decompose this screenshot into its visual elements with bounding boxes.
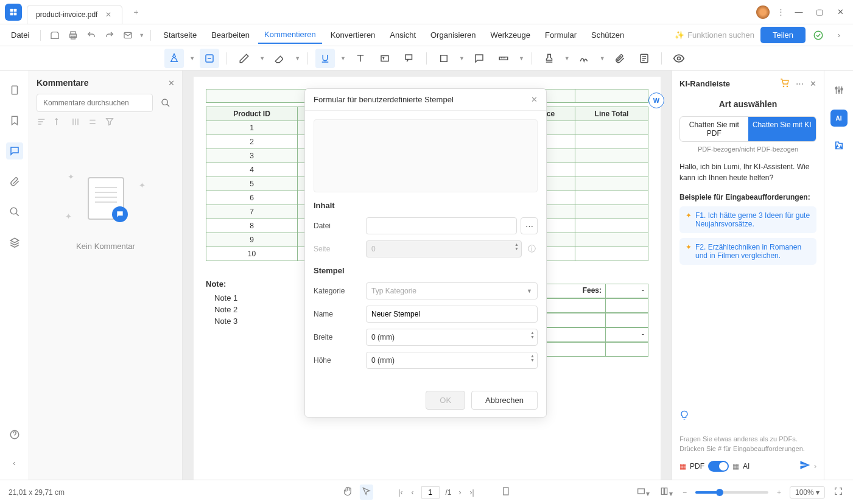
search-tab-icon[interactable]: [6, 203, 23, 220]
measure-tool-icon[interactable]: [494, 49, 513, 68]
width-spinner[interactable]: 0 (mm)▲▼: [366, 329, 538, 346]
chevron-icon[interactable]: ›: [831, 27, 847, 43]
cancel-button[interactable]: Abbrechen: [471, 391, 538, 410]
callout-tool-icon[interactable]: [399, 49, 419, 68]
more-menu-icon[interactable]: ⋮: [777, 7, 785, 16]
sort-icon[interactable]: [37, 117, 46, 128]
category-select[interactable]: Typ Kategorie▼: [366, 282, 538, 299]
undo-icon[interactable]: [83, 27, 99, 43]
filter-icon[interactable]: [105, 117, 114, 128]
zoom-slider[interactable]: [695, 491, 768, 494]
pencil-tool-icon[interactable]: [234, 49, 254, 68]
example-prompt-1[interactable]: ✦F1. Ich hätte gerne 3 Ideen für gute Ne…: [679, 206, 816, 233]
user-avatar[interactable]: [756, 5, 770, 19]
sort-az-icon[interactable]: [54, 117, 63, 128]
search-functions[interactable]: ✨ Funktionen suchen: [675, 30, 754, 40]
height-spinner[interactable]: 0 (mm)▲▼: [366, 352, 538, 369]
collapse-icon[interactable]: ‹: [6, 454, 23, 471]
highlight-tool-icon[interactable]: [164, 49, 184, 68]
fit-width-icon[interactable]: ▾: [635, 485, 651, 499]
textbox-tool-icon[interactable]: [375, 49, 395, 68]
view-mode-icon[interactable]: ▾: [658, 485, 674, 499]
translate-icon[interactable]: [830, 138, 848, 155]
redo-icon[interactable]: [102, 27, 118, 43]
menu-formular[interactable]: Formular: [539, 27, 583, 43]
hand-tool-icon[interactable]: [341, 485, 353, 499]
hide-comments-icon[interactable]: [669, 49, 689, 68]
word-export-badge[interactable]: W: [648, 93, 664, 108]
browse-file-button[interactable]: ⋯: [521, 217, 538, 234]
tab-chat-pdf[interactable]: Chatten Sie mit PDF: [680, 117, 748, 141]
lightbulb-icon[interactable]: [679, 410, 689, 422]
scroll-mode-icon[interactable]: [500, 485, 512, 499]
eraser-tool-icon[interactable]: [270, 49, 289, 68]
layers-icon[interactable]: [6, 234, 23, 251]
first-page-icon[interactable]: |‹: [397, 487, 404, 498]
thumbnails-icon[interactable]: [6, 82, 23, 99]
select-tool-icon[interactable]: [359, 485, 373, 500]
share-button[interactable]: Teilen: [760, 27, 806, 43]
expand-icon[interactable]: [71, 117, 80, 128]
zoom-in-icon[interactable]: +: [776, 487, 782, 498]
menu-kommentieren[interactable]: Kommentieren: [258, 26, 322, 44]
more-icon[interactable]: ⋯: [796, 79, 804, 88]
text-tool-icon[interactable]: [351, 49, 370, 68]
sync-icon[interactable]: [812, 29, 825, 42]
area-highlight-icon[interactable]: [200, 49, 219, 68]
menu-werkzeuge[interactable]: Werkzeuge: [484, 27, 536, 43]
help-icon[interactable]: [6, 426, 23, 443]
close-panel-icon[interactable]: ✕: [168, 79, 175, 88]
form-tool-icon[interactable]: [634, 49, 654, 68]
zoom-out-icon[interactable]: −: [681, 487, 688, 498]
underline-tool-icon[interactable]: [315, 49, 335, 68]
menu-startseite[interactable]: Startseite: [157, 27, 203, 43]
send-icon[interactable]: [799, 460, 810, 472]
settings-icon[interactable]: [830, 82, 848, 99]
menu-organisieren[interactable]: Organisieren: [424, 27, 482, 43]
menu-file[interactable]: Datei: [6, 28, 34, 42]
name-input[interactable]: [366, 306, 538, 323]
shape-tool-icon[interactable]: [434, 49, 454, 68]
last-page-icon[interactable]: ›|: [469, 487, 476, 498]
open-icon[interactable]: [47, 27, 63, 43]
attachments-icon[interactable]: [6, 173, 23, 190]
dialog-close-icon[interactable]: ✕: [531, 95, 538, 104]
close-ai-icon[interactable]: ✕: [810, 79, 816, 88]
stamp-tool-icon[interactable]: [539, 49, 559, 68]
next-page-icon[interactable]: ›: [458, 487, 463, 498]
minimize-button[interactable]: —: [792, 5, 806, 19]
file-input[interactable]: [366, 217, 517, 234]
maximize-button[interactable]: ▢: [813, 5, 826, 19]
document-tab[interactable]: product-invoice.pdf ✕: [27, 5, 122, 24]
expand-chat-icon[interactable]: ›: [814, 462, 816, 471]
page-number-input[interactable]: [421, 486, 439, 499]
prev-page-icon[interactable]: ‹: [410, 487, 415, 498]
fullscreen-icon[interactable]: [832, 485, 844, 499]
close-window-button[interactable]: ✕: [834, 5, 847, 19]
add-tab-button[interactable]: ＋: [128, 5, 143, 19]
note-tool-icon[interactable]: [469, 49, 489, 68]
cart-icon[interactable]: [780, 78, 790, 89]
pdf-toggle[interactable]: [708, 461, 729, 472]
example-prompt-2[interactable]: ✦F2. Erzähltechniken in Romanen und in F…: [679, 238, 816, 265]
attachment-tool-icon[interactable]: [610, 49, 630, 68]
menu-schuetzen[interactable]: Schützen: [585, 27, 630, 43]
comments-search-input[interactable]: [37, 94, 153, 112]
search-icon[interactable]: [156, 94, 175, 112]
menu-ansicht[interactable]: Ansicht: [384, 27, 422, 43]
print-icon[interactable]: [65, 27, 81, 43]
menu-konvertieren[interactable]: Konvertieren: [325, 27, 382, 43]
empty-text: Kein Kommentar: [76, 242, 135, 251]
info-icon[interactable]: ⓘ: [525, 243, 538, 255]
ai-icon[interactable]: AI: [830, 110, 848, 127]
signature-tool-icon[interactable]: [575, 49, 594, 68]
close-tab-icon[interactable]: ✕: [104, 10, 113, 19]
bookmarks-icon[interactable]: [6, 112, 23, 129]
collapse-all-icon[interactable]: [88, 117, 97, 128]
email-icon[interactable]: [120, 27, 136, 43]
zoom-value[interactable]: 100% ▾: [790, 486, 825, 499]
dropdown-icon[interactable]: ▼: [139, 32, 144, 38]
comments-tab-icon[interactable]: [6, 142, 23, 159]
tab-chat-ki[interactable]: Chatten Sie mit KI: [748, 117, 816, 141]
menu-bearbeiten[interactable]: Bearbeiten: [205, 27, 256, 43]
